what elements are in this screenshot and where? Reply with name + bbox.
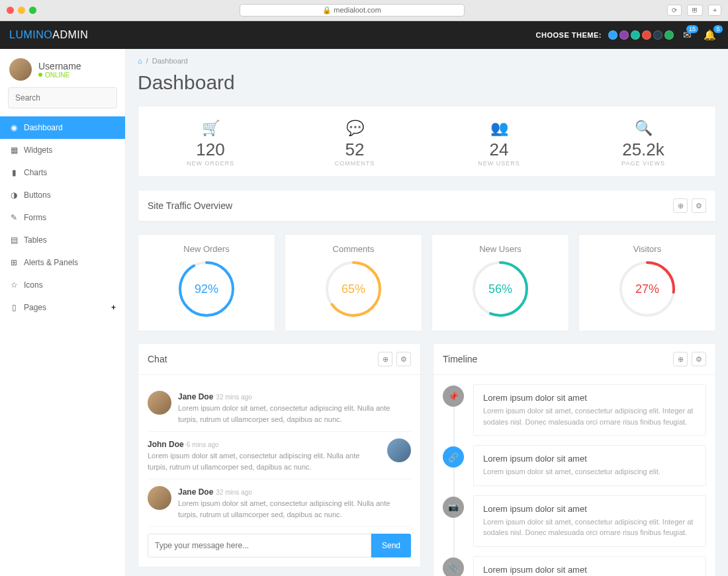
stat-card: 🔍25.2kPAGE VIEWS — [571, 106, 715, 176]
username: Username — [38, 61, 81, 71]
chat-message: John Doe6 mins agoLorem ipsum dolor sit … — [148, 432, 411, 479]
nav-icon: ▤ — [9, 235, 19, 245]
nav-icon: ✎ — [9, 213, 19, 222]
timeline-icon: 📷 — [443, 497, 464, 518]
nav-icon: ▮ — [9, 168, 19, 177]
maximize-window-icon[interactable] — [29, 7, 36, 14]
nav-icon: ☆ — [9, 280, 19, 290]
chat-message: Jane Doe32 mins agoLorem ipsum dolor sit… — [148, 384, 411, 432]
theme-label: CHOOSE THEME: — [536, 31, 602, 39]
avatar[interactable] — [148, 391, 171, 415]
theme-color-dot[interactable] — [642, 30, 651, 40]
stat-card: 🛒120NEW ORDERS — [138, 106, 283, 176]
nav-icon: ⊞ — [9, 258, 19, 267]
url-bar: 🔒 medialoot.com — [55, 4, 649, 17]
timeline-item: 📷 Lorem ipsum dolor sit ametLorem ipsum … — [473, 495, 706, 547]
brand[interactable]: LUMINOADMIN — [9, 29, 88, 41]
content: ⌂ / Dashboard Dashboard 🛒120NEW ORDERS💬5… — [126, 49, 728, 576]
send-button[interactable]: Send — [371, 534, 411, 557]
timeline-item: 📎 Lorem ipsum dolor sit ametLorem ipsum … — [473, 556, 706, 577]
sidebar-item-widgets[interactable]: ▦Widgets — [0, 139, 125, 161]
browser-chrome: 🔒 medialoot.com ⟳ ⛨ + — [0, 0, 728, 21]
sidebar-item-tables[interactable]: ▤Tables — [0, 229, 125, 251]
progress-card: Visitors 27% — [578, 234, 716, 331]
close-window-icon[interactable] — [7, 7, 14, 14]
timeline-item: 🔗 Lorem ipsum dolor sit ametLorem ipsum … — [473, 445, 706, 486]
home-icon[interactable]: ⌂ — [138, 57, 142, 65]
theme-color-dot[interactable] — [608, 30, 617, 40]
panel-title: Chat — [148, 354, 167, 364]
sidebar-item-dashboard[interactable]: ◉Dashboard — [0, 116, 125, 139]
chat-panel: Chat ⊕ ⚙ Jane Doe32 mins agoLorem ipsum … — [138, 343, 421, 567]
bell-icon[interactable]: 🔔5 — [701, 29, 719, 41]
sidebar-item-alerts-panels[interactable]: ⊞Alerts & Panels — [0, 251, 125, 274]
chat-input[interactable] — [148, 534, 371, 557]
navbar: LUMINOADMIN CHOOSE THEME: ✉15 🔔5 — [0, 21, 728, 49]
theme-color-dot[interactable] — [664, 30, 674, 40]
shield-icon[interactable]: ⛨ — [687, 5, 703, 16]
progress-card: New Orders 92% — [138, 234, 275, 331]
status: ONLINE — [38, 71, 81, 79]
timeline-icon: 📌 — [443, 386, 464, 407]
avatar[interactable] — [9, 58, 32, 81]
page-title: Dashboard — [138, 71, 716, 94]
timeline-icon: 📎 — [443, 557, 464, 577]
panel-title: Timeline — [443, 354, 477, 364]
sidebar-item-icons[interactable]: ☆Icons — [0, 274, 125, 296]
gear-icon[interactable]: ⚙ — [396, 352, 411, 366]
reload-icon[interactable]: ⟳ — [667, 5, 682, 16]
theme-color-dot[interactable] — [653, 30, 662, 40]
theme-color-dot[interactable] — [631, 30, 640, 40]
gear-icon[interactable]: ⚙ — [692, 352, 706, 366]
timeline-item: 📌 Lorem ipsum dolor sit ametLorem ipsum … — [473, 384, 706, 436]
expand-icon[interactable]: + — [111, 303, 116, 312]
sidebar-item-charts[interactable]: ▮Charts — [0, 161, 125, 184]
stat-card: 👥24NEW USERS — [427, 106, 571, 176]
url-field[interactable]: 🔒 medialoot.com — [240, 4, 465, 17]
stat-row: 🛒120NEW ORDERS💬52COMMENTS👥24NEW USERS🔍25… — [138, 106, 716, 177]
panel-title: Site Traffic Overview — [148, 200, 232, 211]
stat-icon: 🛒 — [138, 120, 283, 137]
avatar[interactable] — [387, 438, 411, 462]
minimize-window-icon[interactable] — [18, 7, 25, 14]
timeline-icon: 🔗 — [443, 446, 464, 468]
search-input[interactable] — [8, 87, 117, 108]
timeline-panel: Timeline ⊕ ⚙ 📌 Lorem ipsum dolor sit ame… — [433, 343, 716, 576]
progress-card: Comments 65% — [285, 234, 422, 331]
stat-icon: 🔍 — [571, 120, 715, 137]
expand-icon[interactable]: ⊕ — [378, 352, 392, 366]
chat-message: Jane Doe32 mins agoLorem ipsum dolor sit… — [148, 479, 411, 527]
stat-card: 💬52COMMENTS — [283, 106, 427, 176]
expand-icon[interactable]: ⊕ — [673, 198, 688, 213]
sidebar-item-forms[interactable]: ✎Forms — [0, 206, 125, 229]
traffic-lights — [7, 7, 36, 14]
traffic-panel: Site Traffic Overview ⊕ ⚙ — [138, 190, 716, 222]
avatar[interactable] — [148, 486, 171, 510]
nav-icon: ▯ — [9, 303, 19, 312]
mail-icon[interactable]: ✉15 — [680, 29, 694, 41]
nav-icon: ◑ — [9, 190, 19, 200]
profile: Username ONLINE — [0, 49, 125, 87]
sidebar-item-pages[interactable]: ▯Pages+ — [0, 296, 125, 319]
expand-icon[interactable]: ⊕ — [673, 352, 688, 366]
new-tab-icon[interactable]: + — [708, 5, 721, 16]
progress-card: New Users 56% — [432, 234, 569, 331]
theme-picker — [608, 30, 674, 40]
sidebar-item-buttons[interactable]: ◑Buttons — [0, 184, 125, 206]
nav-icon: ▦ — [9, 145, 19, 155]
gear-icon[interactable]: ⚙ — [692, 198, 706, 213]
theme-color-dot[interactable] — [619, 30, 629, 40]
nav-icon: ◉ — [9, 123, 19, 132]
breadcrumb: ⌂ / Dashboard — [138, 49, 716, 67]
stat-icon: 👥 — [427, 120, 571, 137]
breadcrumb-current: Dashboard — [152, 57, 188, 65]
sidebar: Username ONLINE ◉Dashboard▦Widgets▮Chart… — [0, 49, 126, 576]
stat-icon: 💬 — [283, 120, 427, 137]
